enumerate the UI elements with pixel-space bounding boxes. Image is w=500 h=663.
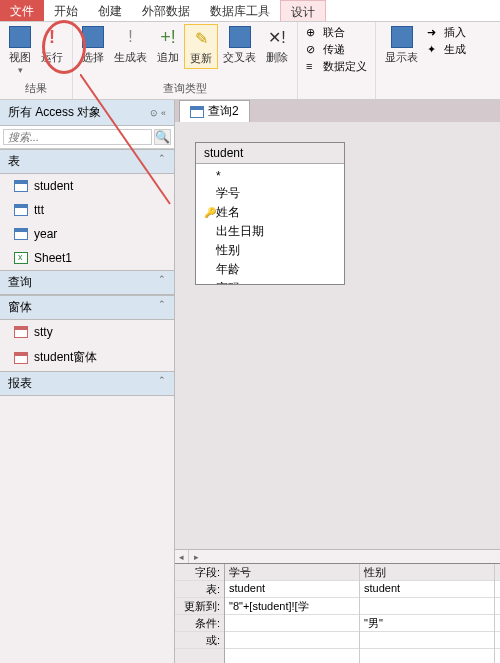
field-label: 姓名 <box>216 204 240 221</box>
cell-or[interactable] <box>495 632 500 649</box>
select-button[interactable]: 选择 <box>77 24 109 67</box>
table-item[interactable]: Sheet1 <box>0 246 174 270</box>
cell-criteria[interactable] <box>225 615 359 632</box>
cell-criteria[interactable] <box>495 615 500 632</box>
generate-label: 生成 <box>444 42 466 57</box>
group-tables[interactable]: 表⌃ <box>0 149 174 174</box>
field-item[interactable]: 密码 <box>200 279 340 284</box>
cell-updateto[interactable] <box>360 598 494 615</box>
field-item[interactable]: 出生日期 <box>200 222 340 241</box>
cell-or[interactable] <box>225 632 359 649</box>
form-item[interactable]: student窗体 <box>0 344 174 371</box>
group-result-label: 结果 <box>4 80 68 97</box>
content-area: 查询2 student * 学号 🔑姓名 出生日期 性别 年龄 密码 ◂ ▸ <box>175 100 500 663</box>
table-item[interactable]: student <box>0 174 174 198</box>
nav-header[interactable]: 所有 Access 对象 ⊙ « <box>0 100 174 126</box>
view-button[interactable]: 视图 ▾ <box>4 24 36 77</box>
cell-field[interactable]: 学号 <box>225 564 359 581</box>
datadef-icon: ≡ <box>306 60 320 74</box>
passthrough-label: 传递 <box>323 42 345 57</box>
delete-button[interactable]: ✕!删除 <box>261 24 293 67</box>
union-label: 联合 <box>323 25 345 40</box>
cell-updateto[interactable] <box>495 598 500 615</box>
field-item[interactable]: 性别 <box>200 241 340 260</box>
cell-field[interactable] <box>495 564 500 581</box>
insert-button[interactable]: ➜插入 <box>423 24 470 41</box>
cell-or[interactable] <box>360 632 494 649</box>
cell-table[interactable]: student <box>225 581 359 598</box>
tab-external[interactable]: 外部数据 <box>132 0 200 21</box>
crosstab-label: 交叉表 <box>223 50 256 65</box>
select-label: 选择 <box>82 50 104 65</box>
run-label: 运行 <box>41 50 63 65</box>
nav-collapse-icon[interactable]: ⊙ « <box>150 108 166 118</box>
update-button[interactable]: ✎更新 <box>184 24 218 69</box>
table-item[interactable]: year <box>0 222 174 246</box>
group-forms[interactable]: 窗体⌃ <box>0 295 174 320</box>
field-item[interactable]: * <box>200 168 340 184</box>
excel-icon <box>14 252 28 264</box>
append-icon: +! <box>157 26 179 48</box>
document-tabs: 查询2 <box>175 100 500 122</box>
passthrough-button[interactable]: ⊘传递 <box>302 41 371 58</box>
query-tab-label: 查询2 <box>208 103 239 120</box>
query-icon <box>190 106 204 118</box>
chevron-up-icon: ⌃ <box>158 375 166 392</box>
menu-tabs: 文件 开始 创建 外部数据 数据库工具 设计 <box>0 0 500 22</box>
field-item[interactable]: 年龄 <box>200 260 340 279</box>
navigation-pane: 所有 Access 对象 ⊙ « 🔍 表⌃ student ttt year S… <box>0 100 175 663</box>
cell-table[interactable] <box>495 581 500 598</box>
tab-dbtools[interactable]: 数据库工具 <box>200 0 280 21</box>
field-item[interactable]: 🔑姓名 <box>200 203 340 222</box>
cell-field[interactable]: 性别 <box>360 564 494 581</box>
view-label: 视图 <box>9 50 31 65</box>
showtable-label: 显示表 <box>385 50 418 65</box>
query-design-area[interactable]: student * 学号 🔑姓名 出生日期 性别 年龄 密码 <box>175 122 500 549</box>
group-reports[interactable]: 报表⌃ <box>0 371 174 396</box>
cell-updateto[interactable]: "8"+[student]![学 <box>225 598 359 615</box>
group-queries[interactable]: 查询⌃ <box>0 270 174 295</box>
generate-button[interactable]: ✦生成 <box>423 41 470 58</box>
tab-create[interactable]: 创建 <box>88 0 132 21</box>
tab-file[interactable]: 文件 <box>0 0 44 21</box>
generate-icon: ✦ <box>427 43 441 57</box>
table-item[interactable]: ttt <box>0 198 174 222</box>
form-item[interactable]: stty <box>0 320 174 344</box>
scroll-left-icon[interactable]: ◂ <box>175 550 189 563</box>
item-label: ttt <box>34 203 44 217</box>
run-button[interactable]: ! 运行 <box>36 24 68 67</box>
label-criteria: 条件: <box>175 615 224 632</box>
scroll-right-icon[interactable]: ▸ <box>189 550 203 563</box>
label-field: 字段: <box>175 564 224 581</box>
scroll-bar[interactable]: ◂ ▸ <box>175 549 500 563</box>
query-grid: 字段: 表: 更新到: 条件: 或: 学号 student "8"+[stude… <box>175 563 500 663</box>
field-label: 出生日期 <box>216 223 264 240</box>
showtable-icon <box>391 26 413 48</box>
grid-column[interactable]: 学号 student "8"+[student]![学 <box>225 564 360 663</box>
label-table: 表: <box>175 581 224 598</box>
query-tab[interactable]: 查询2 <box>179 100 250 122</box>
append-button[interactable]: +!追加 <box>152 24 184 67</box>
cell-criteria[interactable]: "男" <box>360 615 494 632</box>
group-tables-label: 表 <box>8 153 20 170</box>
tab-home[interactable]: 开始 <box>44 0 88 21</box>
crosstab-button[interactable]: 交叉表 <box>218 24 261 67</box>
grid-column[interactable] <box>495 564 500 663</box>
grid-column[interactable]: 性别 student "男" <box>360 564 495 663</box>
form-icon <box>14 352 28 364</box>
union-button[interactable]: ⊕联合 <box>302 24 371 41</box>
table-icon <box>14 180 28 192</box>
maketable-button[interactable]: !生成表 <box>109 24 152 67</box>
field-item[interactable]: 学号 <box>200 184 340 203</box>
search-icon: 🔍 <box>155 130 170 144</box>
crosstab-icon <box>229 26 251 48</box>
key-icon: 🔑 <box>204 207 216 218</box>
tab-design[interactable]: 设计 <box>280 0 326 21</box>
search-button[interactable]: 🔍 <box>154 129 171 145</box>
maketable-label: 生成表 <box>114 50 147 65</box>
cell-table[interactable]: student <box>360 581 494 598</box>
table-box-student[interactable]: student * 学号 🔑姓名 出生日期 性别 年龄 密码 <box>195 142 345 285</box>
showtable-button[interactable]: 显示表 <box>380 24 423 67</box>
datadef-button[interactable]: ≡数据定义 <box>302 58 371 75</box>
search-input[interactable] <box>3 129 152 145</box>
